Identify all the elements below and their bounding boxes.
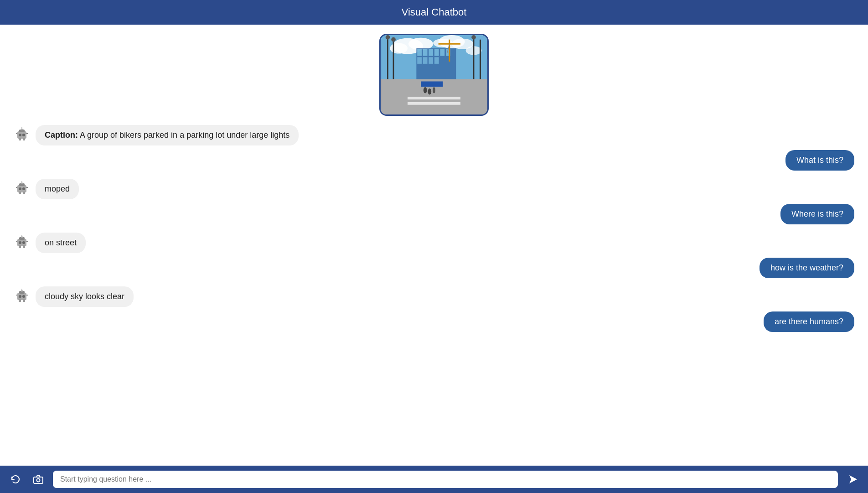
svg-point-68 <box>19 295 21 298</box>
app-header: Visual Chatbot <box>0 0 868 25</box>
bot-message-2: on street <box>14 233 854 253</box>
camera-button[interactable] <box>30 471 46 488</box>
svg-point-38 <box>19 134 21 136</box>
svg-point-33 <box>428 88 431 95</box>
bottom-toolbar <box>0 466 868 493</box>
user-message-4: are there humans? <box>14 311 854 332</box>
svg-point-77 <box>37 479 40 482</box>
svg-point-48 <box>19 187 21 190</box>
chat-image <box>379 34 489 116</box>
caption-bubble: Caption: A group of bikers parked in a p… <box>36 125 299 145</box>
svg-point-44 <box>21 129 23 130</box>
svg-rect-70 <box>19 299 21 302</box>
user-message-1: What is this? <box>14 150 854 171</box>
chat-area: Caption: A group of bikers parked in a p… <box>0 25 868 466</box>
svg-point-2 <box>408 38 433 50</box>
bot-message-1: moped <box>14 179 854 199</box>
svg-point-54 <box>21 182 23 184</box>
bot-bubble-1: moped <box>36 179 79 199</box>
user-bubble-2: Where is this? <box>780 204 854 224</box>
svg-point-49 <box>22 187 25 190</box>
svg-point-64 <box>21 236 23 238</box>
bot-message-caption: Caption: A group of bikers parked in a p… <box>14 125 854 145</box>
svg-point-23 <box>386 35 390 40</box>
svg-rect-31 <box>408 102 460 105</box>
app-title: Visual Chatbot <box>402 6 467 18</box>
messages-list: Caption: A group of bikers parked in a p… <box>14 125 854 336</box>
user-bubble-1: What is this? <box>785 150 854 171</box>
send-button[interactable] <box>844 471 861 488</box>
svg-rect-40 <box>19 138 21 140</box>
svg-rect-13 <box>440 49 445 56</box>
svg-rect-41 <box>23 138 25 140</box>
svg-point-3 <box>390 43 408 53</box>
svg-rect-76 <box>34 477 43 483</box>
svg-point-58 <box>19 241 21 244</box>
question-input[interactable] <box>53 471 838 488</box>
caption-text: A group of bikers parked in a parking lo… <box>80 130 289 140</box>
bot-bubble-3: cloudy sky looks clear <box>36 286 134 307</box>
svg-rect-30 <box>408 97 460 99</box>
svg-rect-12 <box>434 49 439 56</box>
svg-rect-50 <box>19 192 21 194</box>
svg-point-59 <box>22 241 25 244</box>
robot-avatar-3 <box>14 234 30 250</box>
svg-rect-51 <box>23 192 25 194</box>
svg-rect-61 <box>23 245 25 248</box>
user-bubble-3: how is the weather? <box>760 258 854 278</box>
svg-point-32 <box>424 87 427 93</box>
send-icon <box>847 474 858 485</box>
svg-point-27 <box>471 35 476 40</box>
user-message-2: Where is this? <box>14 204 854 224</box>
caption-label: Caption: <box>45 130 78 140</box>
svg-point-69 <box>22 295 25 298</box>
camera-icon <box>33 474 44 485</box>
svg-rect-17 <box>429 57 433 64</box>
svg-rect-60 <box>19 245 21 248</box>
robot-avatar-4 <box>14 287 30 304</box>
svg-rect-9 <box>417 49 422 56</box>
svg-rect-71 <box>23 299 25 302</box>
svg-point-39 <box>22 134 25 136</box>
svg-rect-35 <box>421 82 443 87</box>
bot-bubble-2: on street <box>36 233 86 253</box>
svg-point-25 <box>391 37 396 42</box>
svg-marker-78 <box>849 475 857 483</box>
refresh-button[interactable] <box>7 471 24 488</box>
svg-rect-15 <box>417 57 422 64</box>
svg-rect-10 <box>423 49 428 56</box>
svg-rect-16 <box>423 57 428 64</box>
svg-rect-11 <box>429 49 433 56</box>
refresh-icon <box>10 474 21 485</box>
svg-point-74 <box>21 290 23 292</box>
bot-message-3: cloudy sky looks clear <box>14 286 854 307</box>
robot-avatar <box>14 126 30 142</box>
image-container <box>14 34 854 116</box>
user-bubble-4: are there humans? <box>764 311 854 332</box>
user-message-3: how is the weather? <box>14 258 854 278</box>
robot-avatar-2 <box>14 180 30 196</box>
svg-point-34 <box>433 87 435 93</box>
svg-rect-18 <box>434 57 439 64</box>
